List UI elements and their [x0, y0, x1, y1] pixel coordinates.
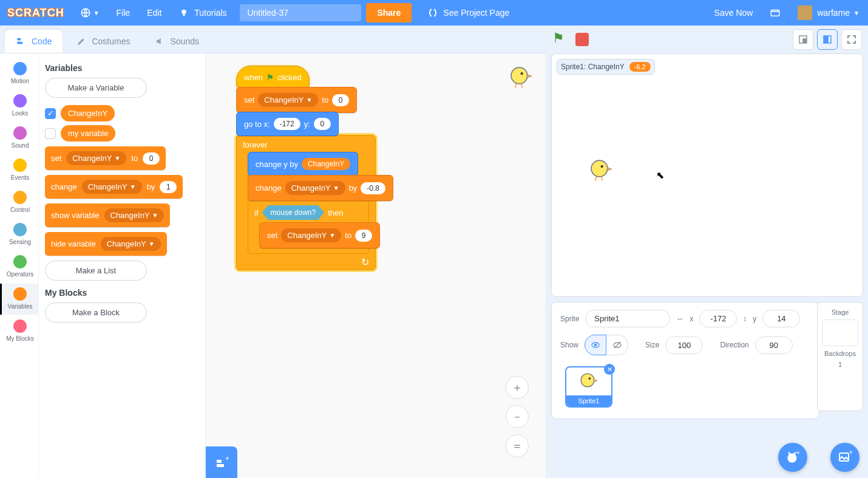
sprite-tile[interactable]: ✕ Sprite1: [565, 366, 612, 408]
variable-dropdown[interactable]: ChangeInY▼: [101, 237, 161, 251]
stage-large-button[interactable]: [817, 29, 838, 50]
variable-dropdown[interactable]: ChangeInY▼: [66, 151, 126, 165]
variable-dropdown[interactable]: ChangeInY▼: [82, 180, 142, 194]
stage-size-controls: [793, 29, 862, 50]
category-variables[interactable]: Variables: [0, 284, 39, 315]
number-input[interactable]: 0: [332, 94, 349, 106]
block-mouse-down[interactable]: mouse down?: [262, 205, 325, 220]
add-backdrop-button[interactable]: +: [830, 443, 860, 472]
block-change-y[interactable]: change y by ChangeInY: [248, 152, 358, 176]
block-hide-variable[interactable]: hide variable ChangeInY▼: [45, 232, 167, 256]
category-myblocks[interactable]: My Blocks: [0, 316, 39, 347]
backdrops-count: 1: [838, 361, 842, 368]
block-set-variable[interactable]: set ChangeInY▼ to 0: [45, 146, 166, 170]
block-forever[interactable]: forever change y by ChangeInY change Cha…: [236, 135, 376, 270]
make-block-button[interactable]: Make a Block: [45, 302, 147, 323]
variable-checkbox[interactable]: ✓: [45, 108, 56, 119]
category-operators[interactable]: Operators: [0, 251, 39, 282]
block-change-variable[interactable]: change ChangeInY▼ by -0.8: [248, 175, 393, 201]
zoom-reset-button[interactable]: ＝: [506, 434, 529, 457]
green-flag-button[interactable]: ⚑: [552, 30, 571, 49]
stage-selector-panel[interactable]: Stage Backdrops 1: [817, 302, 863, 411]
block-goto-xy[interactable]: go to x: -172 y: 0: [236, 112, 339, 136]
sprite-size-input[interactable]: [665, 336, 703, 354]
category-motion[interactable]: Motion: [0, 58, 39, 89]
category-events[interactable]: Events: [0, 155, 39, 186]
block-text: go to x:: [244, 120, 270, 129]
category-control[interactable]: Control: [0, 187, 39, 218]
language-menu[interactable]: ▼: [72, 0, 108, 26]
number-input[interactable]: -172: [274, 118, 300, 130]
block-show-variable[interactable]: show variable ChangeInY▼: [45, 203, 170, 227]
globe-icon: [80, 7, 91, 18]
block-stack[interactable]: when ⚑ clicked set ChangeInY▼ to 0 go to…: [236, 67, 376, 270]
make-variable-button[interactable]: Make a Variable: [45, 78, 147, 98]
stage-thumbnail[interactable]: [822, 319, 858, 346]
stage-sprite[interactable]: [588, 157, 614, 185]
sprite-x-input[interactable]: [699, 310, 737, 327]
svg-point-27: [581, 374, 594, 387]
block-when-flag-clicked[interactable]: when ⚑ clicked: [236, 66, 310, 88]
see-project-page-link[interactable]: See Project Page: [419, 0, 518, 26]
tutorials-label: Tutorials: [194, 8, 226, 18]
file-menu[interactable]: File: [108, 0, 139, 26]
paintbrush-icon: [76, 36, 87, 47]
edit-menu[interactable]: Edit: [138, 0, 170, 26]
sprite-direction-input[interactable]: [755, 336, 793, 354]
block-set-variable[interactable]: set ChangeInY▼ to 0: [236, 87, 357, 113]
stage-small-button[interactable]: [793, 29, 813, 50]
sprite-y-input[interactable]: [762, 310, 800, 327]
show-sprite-button[interactable]: [585, 335, 606, 355]
stop-button[interactable]: [575, 33, 589, 46]
variables-header: Variables: [45, 63, 199, 73]
variable-dropdown[interactable]: ChangeInY▼: [281, 228, 341, 242]
loop-arrow-icon: ↻: [243, 256, 369, 265]
number-input[interactable]: -0.8: [361, 182, 385, 194]
number-input[interactable]: 1: [160, 181, 177, 193]
share-button[interactable]: Share: [366, 3, 412, 22]
variable-checkbox[interactable]: [45, 128, 56, 139]
add-extension-button[interactable]: +: [206, 446, 237, 478]
category-sound[interactable]: Sound: [0, 123, 39, 154]
make-list-button[interactable]: Make a List: [45, 261, 147, 281]
variable-dropdown[interactable]: ChangeInY▼: [104, 208, 164, 222]
zoom-in-button[interactable]: ＋: [506, 376, 529, 399]
block-text: by: [349, 183, 358, 193]
zoom-out-button[interactable]: －: [506, 405, 529, 428]
script-workspace[interactable]: when ⚑ clicked set ChangeInY▼ to 0 go to…: [206, 53, 546, 478]
show-label: Show: [560, 341, 578, 349]
account-menu[interactable]: warfame ▼: [789, 0, 868, 26]
variable-reporter[interactable]: my variable: [61, 125, 115, 142]
menu-bar: SCRATCH ▼ File Edit Tutorials Share See …: [0, 0, 868, 26]
number-input[interactable]: 9: [355, 230, 372, 242]
delete-sprite-button[interactable]: ✕: [604, 364, 615, 375]
category-sensing[interactable]: Sensing: [0, 219, 39, 250]
number-input[interactable]: 0: [143, 152, 160, 165]
variable-dropdown[interactable]: ChangeInY▼: [285, 181, 345, 195]
tab-sounds[interactable]: Sounds: [144, 30, 210, 53]
sprite-name-input[interactable]: [585, 310, 670, 327]
fullscreen-button[interactable]: [841, 29, 862, 50]
block-set-variable[interactable]: set ChangeInY▼ to 9: [259, 222, 380, 248]
chick-icon: [578, 371, 599, 392]
save-now-button[interactable]: Save Now: [706, 0, 762, 26]
stage-canvas[interactable]: Sprite1: ChangeInY -6.2 ⬉: [551, 53, 863, 297]
xy-icon: ↕: [743, 315, 747, 323]
variable-reporter[interactable]: ChangeInY: [61, 105, 115, 121]
svg-marker-20: [607, 168, 612, 171]
category-looks[interactable]: Looks: [0, 90, 39, 121]
add-sprite-button[interactable]: +: [778, 443, 807, 472]
variable-monitor[interactable]: Sprite1: ChangeInY -6.2: [557, 59, 655, 75]
mystuff-link[interactable]: [761, 0, 789, 26]
block-change-variable[interactable]: change ChangeInY▼ by 1: [45, 175, 183, 199]
variable-dropdown[interactable]: ChangeInY▼: [258, 93, 318, 107]
hide-sprite-button[interactable]: [606, 335, 628, 355]
menubar-right: Save Now warfame ▼: [706, 0, 868, 26]
project-title-input[interactable]: [240, 4, 361, 21]
block-if[interactable]: if mouse down? then set ChangeInY▼ to: [248, 200, 369, 254]
tutorials-link[interactable]: Tutorials: [170, 0, 235, 26]
tab-code[interactable]: Code: [5, 30, 63, 53]
variable-reporter[interactable]: ChangeInY: [302, 158, 350, 170]
number-input[interactable]: 0: [314, 118, 331, 130]
tab-costumes[interactable]: Costumes: [65, 30, 141, 53]
